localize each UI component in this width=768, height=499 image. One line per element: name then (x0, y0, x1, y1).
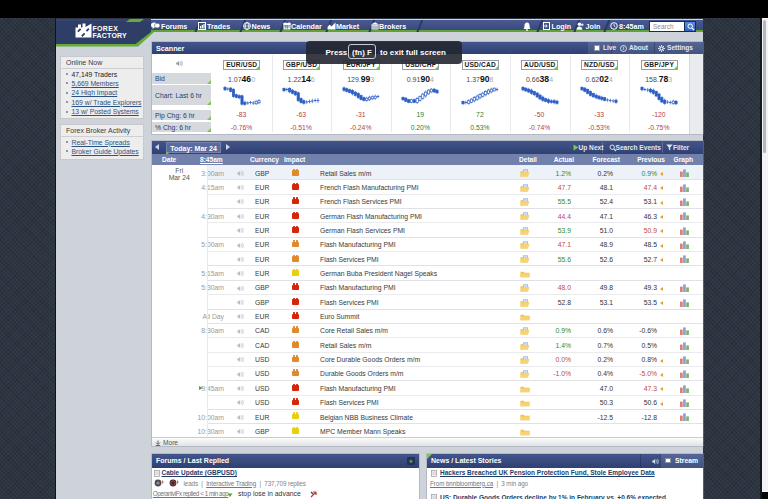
svg-text:FACTORY: FACTORY (93, 32, 128, 39)
svg-text:i: i (623, 45, 625, 51)
svg-text:FOREX: FOREX (93, 25, 119, 32)
